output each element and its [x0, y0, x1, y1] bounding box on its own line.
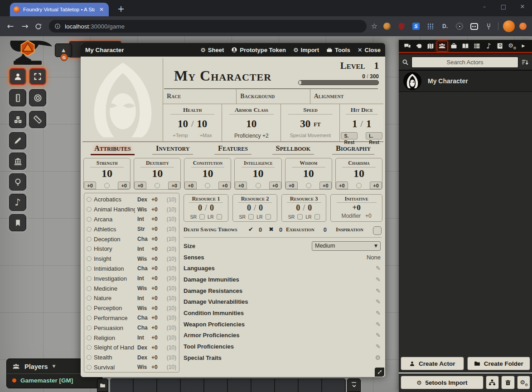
skill-modifier[interactable]: +0: [151, 325, 161, 331]
skill-proficiency-radio[interactable]: [87, 355, 92, 360]
hd-max[interactable]: 1: [366, 118, 372, 130]
ability-name[interactable]: Constitution: [193, 160, 222, 167]
resource-value[interactable]: 0: [247, 203, 251, 213]
hotbar-page-button[interactable]: [347, 378, 361, 392]
macro-folder-button[interactable]: [97, 378, 108, 392]
ability-score[interactable]: 10: [152, 167, 163, 179]
ability-save-mod[interactable]: +0: [235, 182, 247, 189]
hp-current[interactable]: 10: [178, 118, 188, 130]
players-title[interactable]: Players: [24, 363, 48, 370]
skill-name[interactable]: Arcana: [94, 216, 135, 223]
resource-max[interactable]: 0: [308, 203, 312, 213]
drawings-tool-button[interactable]: [9, 132, 26, 149]
skill-name[interactable]: Intimidation: [94, 265, 135, 272]
actor-list-item[interactable]: My Character: [399, 71, 532, 92]
window-header[interactable]: My Character ⚙Sheet Prototype Token ⚙Imp…: [81, 43, 385, 57]
ability-save-mod[interactable]: +0: [285, 182, 298, 189]
ability-save-mod[interactable]: +0: [184, 182, 197, 189]
resource-title[interactable]: Resource 3: [290, 196, 318, 202]
skill-modifier[interactable]: +0: [151, 364, 161, 370]
special-movement-label[interactable]: Special Movement: [290, 133, 331, 139]
tab-settings[interactable]: ⚙⚙: [506, 41, 517, 52]
speed-value[interactable]: 30: [300, 118, 310, 130]
d-extension-icon[interactable]: D.: [440, 21, 450, 31]
walls-tool-button[interactable]: [9, 153, 26, 170]
back-icon[interactable]: ←: [5, 22, 15, 30]
character-name[interactable]: My Character: [174, 67, 271, 84]
ability-name[interactable]: Charisma: [348, 160, 369, 167]
skill-name[interactable]: Deception: [94, 236, 135, 243]
death-failure-icon[interactable]: ✖: [269, 226, 274, 232]
hp-temp-label[interactable]: +Temp: [173, 133, 188, 139]
lr-checkbox[interactable]: [266, 214, 271, 220]
tab-actors[interactable]: [437, 41, 448, 52]
skill-name[interactable]: Acrobatics: [94, 196, 135, 203]
skill-modifier[interactable]: +0: [151, 216, 161, 222]
proficiency-toggle[interactable]: [356, 183, 362, 188]
size-select[interactable]: Medium▼: [312, 241, 381, 251]
skill-proficiency-radio[interactable]: [87, 276, 92, 281]
edit-icon[interactable]: ✎: [376, 265, 381, 271]
resource-max[interactable]: 0: [210, 203, 214, 213]
xp-display[interactable]: 0 / 300: [362, 73, 379, 80]
tab-playlists[interactable]: ♪: [483, 41, 494, 52]
chevron-down-icon[interactable]: ▼: [53, 364, 56, 368]
skill-modifier[interactable]: +0: [151, 236, 161, 242]
initiative-title[interactable]: Initiative: [344, 196, 368, 202]
sr-checkbox[interactable]: [248, 214, 254, 220]
ability-score[interactable]: 10: [202, 167, 213, 179]
initiative-modifier-value[interactable]: +0: [365, 213, 372, 220]
url-bar[interactable]: localhost:30000/game: [49, 20, 367, 33]
skill-name[interactable]: Nature: [94, 295, 135, 301]
sheet-config-button[interactable]: ⚙Sheet: [200, 47, 224, 53]
gear-icon[interactable]: ⚙: [375, 354, 381, 361]
tools-button[interactable]: Tools: [326, 47, 350, 53]
profile-avatar[interactable]: [503, 20, 515, 32]
delete-button[interactable]: [501, 376, 514, 389]
macro-hotbar[interactable]: [110, 378, 346, 392]
skill-proficiency-radio[interactable]: [87, 197, 92, 202]
tab-journal[interactable]: [460, 41, 471, 52]
death-success-icon[interactable]: ✔: [248, 226, 253, 232]
forward-icon[interactable]: →: [20, 22, 30, 30]
target-tool-button[interactable]: [29, 89, 46, 106]
measure-tool-button[interactable]: [9, 89, 26, 106]
resource-title[interactable]: Resource 1: [192, 196, 220, 202]
skill-proficiency-radio[interactable]: [87, 246, 92, 251]
resource-title[interactable]: Resource 2: [241, 196, 269, 202]
notes-tool-button[interactable]: [9, 214, 26, 231]
import-button[interactable]: ⚙Import: [293, 47, 319, 53]
skill-proficiency-radio[interactable]: [87, 207, 92, 212]
proficiency-toggle[interactable]: [205, 183, 210, 188]
level-value[interactable]: 1: [374, 60, 379, 72]
edit-icon[interactable]: ✎: [376, 344, 381, 349]
hp-max[interactable]: 10: [197, 118, 207, 130]
folder-tree-button[interactable]: [486, 376, 499, 389]
select-tool-button[interactable]: [29, 68, 46, 85]
maximize-button[interactable]: □: [494, 0, 513, 14]
sr-checkbox[interactable]: [199, 214, 205, 220]
reload-icon[interactable]: [34, 23, 44, 30]
skill-proficiency-radio[interactable]: [87, 217, 92, 222]
tab-compendium[interactable]: [495, 41, 506, 52]
ability-name[interactable]: Wisdom: [300, 160, 317, 167]
bookmark-star-icon[interactable]: ☆: [371, 23, 377, 30]
proficiency-toggle[interactable]: [256, 183, 261, 188]
close-window-button[interactable]: ✕: [513, 0, 532, 14]
search-input[interactable]: [411, 57, 518, 68]
tab-combat[interactable]: [414, 41, 425, 52]
skill-proficiency-radio[interactable]: [87, 286, 92, 291]
death-success-count[interactable]: 0: [259, 226, 262, 233]
resource-value[interactable]: 0: [296, 203, 300, 213]
sounds-tool-button[interactable]: ♪: [9, 194, 26, 211]
edit-icon[interactable]: ✎: [376, 332, 381, 338]
skill-proficiency-radio[interactable]: [87, 316, 92, 320]
skill-proficiency-radio[interactable]: [87, 335, 92, 340]
tab-spellbook[interactable]: Spellbook: [272, 144, 314, 155]
initiative-value[interactable]: +0: [353, 203, 361, 213]
race-field[interactable]: Race: [163, 89, 237, 104]
tab-biography[interactable]: Biography: [332, 144, 374, 155]
tab-attributes[interactable]: Attributes: [91, 144, 135, 155]
tab-features[interactable]: Features: [214, 144, 251, 155]
skill-proficiency-radio[interactable]: [87, 345, 92, 350]
